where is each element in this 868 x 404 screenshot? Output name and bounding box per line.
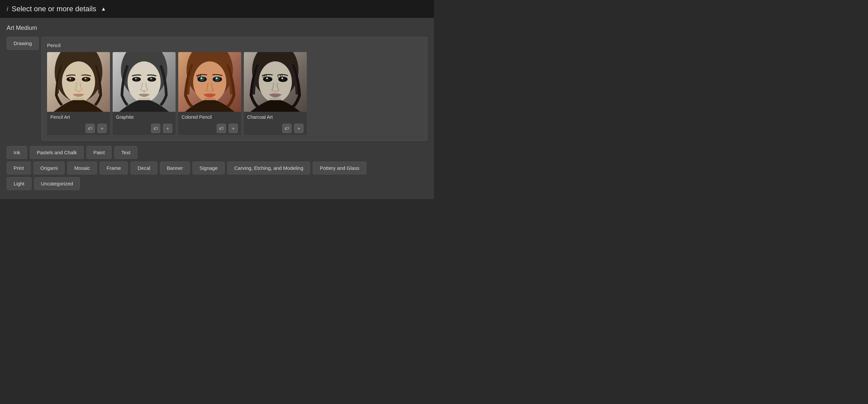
pencil-panel-title: Pencil	[47, 42, 422, 48]
sub-item-colored-pencil: Colored Pencil 🏷 +	[178, 52, 241, 135]
svg-point-25	[199, 77, 205, 81]
sub-item-label-charcoal-art: Charcoal Art	[244, 112, 307, 122]
decal-button[interactable]: Decal	[130, 162, 157, 174]
svg-point-9	[78, 91, 80, 92]
svg-point-5	[69, 77, 73, 81]
svg-point-17	[135, 78, 136, 79]
uncategorized-button[interactable]: Uncategorized	[34, 177, 80, 190]
right-category-buttons: Ink Pastels and Chalk Paint Text	[7, 146, 137, 159]
portrait-charcoal-art	[244, 52, 307, 112]
sub-item-actions-colored-pencil: 🏷 +	[178, 122, 241, 135]
tag-icon-pencil-art[interactable]: 🏷	[86, 124, 95, 133]
sub-item-label-graphite: Graphite	[113, 112, 176, 122]
sub-item-label-colored-pencil: Colored Pencil	[178, 112, 241, 122]
sub-item-image-colored-pencil	[178, 52, 241, 112]
signage-button[interactable]: Signage	[192, 162, 225, 174]
sub-item-actions-charcoal-art: 🏷 +	[244, 122, 307, 135]
svg-point-37	[266, 78, 268, 79]
text-button[interactable]: Text	[114, 146, 137, 159]
pencil-panel: Pencil	[41, 37, 427, 141]
drawing-button[interactable]: Drawing	[7, 37, 39, 50]
add-icon-pencil-art[interactable]: +	[97, 124, 107, 133]
paint-button[interactable]: Paint	[87, 146, 112, 159]
sub-item-charcoal-art: Charcoal Art 🏷 +	[244, 52, 307, 135]
carving-button[interactable]: Carving, Etching, and Modeling	[227, 162, 310, 174]
svg-point-28	[216, 78, 218, 79]
svg-point-39	[274, 91, 276, 93]
banner-button[interactable]: Banner	[160, 162, 190, 174]
ink-button[interactable]: Ink	[7, 146, 27, 159]
portrait-graphite	[113, 52, 176, 112]
light-button[interactable]: Light	[7, 177, 31, 190]
svg-point-18	[150, 78, 152, 79]
svg-point-35	[265, 77, 270, 81]
sub-item-image-pencil-art	[47, 52, 110, 112]
top-category-container: Drawing Pencil	[7, 37, 427, 159]
add-icon-charcoal-art[interactable]: +	[294, 124, 304, 133]
sub-item-graphite: Graphite 🏷 +	[113, 52, 176, 135]
svg-point-16	[149, 77, 154, 81]
main-content: Art Medium Drawing Pencil	[0, 18, 434, 199]
add-icon-colored-pencil[interactable]: +	[228, 124, 238, 133]
sub-item-label-pencil-art: Pencil Art	[47, 112, 110, 122]
svg-point-36	[280, 77, 286, 81]
frame-button[interactable]: Frame	[100, 162, 128, 174]
svg-point-27	[201, 78, 203, 79]
print-button[interactable]: Print	[7, 162, 31, 174]
svg-point-6	[84, 77, 89, 81]
pottery-glass-button[interactable]: Pottery and Glass	[313, 162, 366, 174]
info-icon: i	[7, 6, 8, 12]
svg-point-38	[282, 78, 283, 79]
tag-icon-colored-pencil[interactable]: 🏷	[217, 124, 226, 133]
mosaic-button[interactable]: Mosaic	[67, 162, 97, 174]
footer-scrollbar[interactable]	[0, 199, 434, 203]
svg-point-19	[144, 91, 145, 92]
portrait-pencil-art	[47, 52, 110, 112]
sub-item-actions-graphite: 🏷 +	[113, 122, 176, 135]
sub-item-image-graphite	[113, 52, 176, 112]
svg-point-26	[215, 77, 220, 81]
header-bar: i Select one or more details ▲	[0, 0, 434, 18]
bottom-row-2: Light Uncategorized	[7, 177, 427, 190]
sub-item-actions-pencil-art: 🏷 +	[47, 122, 110, 135]
tag-icon-graphite[interactable]: 🏷	[151, 124, 160, 133]
header-title: Select one or more details	[11, 5, 96, 13]
svg-point-8	[85, 78, 86, 79]
svg-point-7	[69, 78, 71, 79]
svg-point-29	[209, 91, 211, 93]
add-icon-graphite[interactable]: +	[163, 124, 172, 133]
sub-item-pencil-art: Pencil Art 🏷 +	[47, 52, 110, 135]
sub-items-grid: Pencil Art 🏷 +	[47, 52, 422, 135]
pastels-chalk-button[interactable]: Pastels and Chalk	[30, 146, 84, 159]
bottom-row-1: Print Origami Mosaic Frame Decal Banner …	[7, 162, 427, 174]
header-arrow[interactable]: ▲	[101, 6, 106, 12]
svg-point-15	[134, 77, 139, 81]
portrait-colored-pencil	[178, 52, 241, 112]
origami-button[interactable]: Origami	[33, 162, 65, 174]
section-title: Art Medium	[7, 25, 427, 31]
sub-item-image-charcoal-art	[244, 52, 307, 112]
tag-icon-charcoal-art[interactable]: 🏷	[282, 124, 291, 133]
